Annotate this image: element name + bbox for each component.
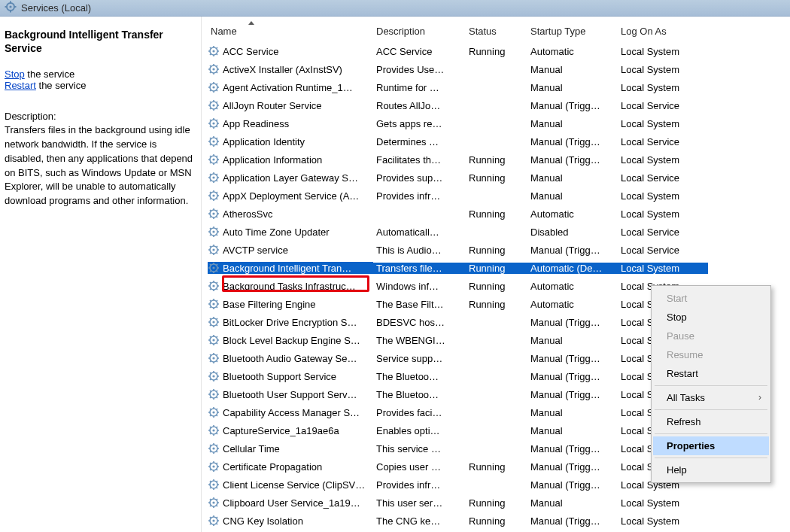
svg-line-244 bbox=[210, 470, 211, 471]
ctx-pause[interactable]: Pause bbox=[653, 327, 769, 345]
svg-line-224 bbox=[210, 433, 211, 435]
cell-startup: Manual (Trigg… bbox=[527, 461, 618, 473]
cell-name: Capability Access Manager S… bbox=[208, 406, 373, 418]
cell-startup: Manual bbox=[527, 407, 618, 418]
svg-line-145 bbox=[217, 282, 218, 284]
svg-line-212 bbox=[210, 409, 211, 410]
col-description[interactable]: Description bbox=[373, 20, 466, 40]
svg-line-63 bbox=[217, 144, 218, 146]
cell-status: Running bbox=[466, 497, 527, 509]
svg-line-43 bbox=[217, 108, 218, 110]
service-row[interactable]: AVCTP serviceThis is Audio…RunningManual… bbox=[208, 241, 790, 259]
ctx-resume[interactable]: Resume bbox=[653, 345, 769, 364]
service-name-text: Background Intelligent Tran… bbox=[223, 263, 351, 274]
svg-line-113 bbox=[217, 235, 218, 236]
svg-line-263 bbox=[217, 506, 218, 507]
ctx-restart[interactable]: Restart bbox=[653, 364, 769, 383]
col-name[interactable]: Name bbox=[208, 20, 373, 40]
cell-startup: Automatic bbox=[527, 299, 618, 310]
col-status[interactable]: Status bbox=[466, 20, 527, 40]
service-name-text: Application Information bbox=[223, 154, 322, 166]
svg-line-184 bbox=[210, 361, 211, 363]
services-list-pane: Name Description Status Startup Type Log… bbox=[202, 17, 790, 532]
svg-line-52 bbox=[210, 120, 211, 121]
service-row[interactable]: CNG Key IsolationThe CNG ke…RunningManua… bbox=[208, 512, 790, 530]
svg-line-233 bbox=[217, 451, 218, 453]
svg-line-204 bbox=[210, 397, 211, 399]
svg-line-235 bbox=[217, 445, 218, 446]
service-row[interactable]: Application IdentityDetermines …Manual (… bbox=[208, 132, 790, 150]
cell-startup: Manual bbox=[527, 425, 618, 436]
svg-point-157 bbox=[212, 321, 214, 323]
service-row[interactable]: AtherosSvcRunningAutomaticLocal System bbox=[208, 205, 790, 223]
service-row[interactable]: Clipboard User Service_1a19…This user se… bbox=[208, 494, 790, 512]
svg-line-182 bbox=[210, 354, 211, 356]
service-row[interactable]: Auto Time Zone UpdaterAutomaticall…Disab… bbox=[208, 223, 790, 241]
svg-line-62 bbox=[210, 138, 211, 139]
svg-line-213 bbox=[217, 415, 218, 417]
cell-name: Bluetooth User Support Serv… bbox=[208, 388, 373, 400]
service-name-text: Bluetooth Audio Gateway Se… bbox=[223, 353, 357, 364]
service-row[interactable]: Application Layer Gateway S…Provides sup… bbox=[208, 169, 790, 187]
svg-line-232 bbox=[210, 445, 211, 446]
cell-name: BitLocker Drive Encryption S… bbox=[208, 316, 373, 328]
cell-description: Facilitates th… bbox=[373, 154, 466, 166]
service-row[interactable]: AllJoyn Router ServiceRoutes AllJo…Manua… bbox=[208, 96, 790, 114]
service-row[interactable]: ACC ServiceACC ServiceRunningAutomaticLo… bbox=[208, 42, 790, 60]
ctx-help[interactable]: Help bbox=[653, 461, 769, 479]
svg-line-264 bbox=[210, 506, 211, 507]
gear-icon bbox=[208, 226, 220, 238]
service-row[interactable]: ActiveX Installer (AxInstSV)Provides Use… bbox=[208, 60, 790, 78]
svg-line-34 bbox=[210, 90, 211, 92]
svg-line-273 bbox=[217, 524, 218, 525]
cell-startup: Manual (Trigg… bbox=[527, 443, 618, 454]
cell-description: Enables opti… bbox=[373, 425, 466, 436]
cell-name: Cellular Time bbox=[208, 442, 373, 454]
ctx-refresh[interactable]: Refresh bbox=[653, 412, 769, 431]
cell-name: CaptureService_1a19ae6a bbox=[208, 424, 373, 436]
svg-point-237 bbox=[212, 465, 214, 467]
service-row[interactable]: Application InformationFacilitates th…Ru… bbox=[208, 150, 790, 169]
svg-line-203 bbox=[217, 397, 218, 399]
stop-service-link[interactable]: Stop bbox=[5, 68, 25, 80]
cell-name: Agent Activation Runtime_1… bbox=[208, 81, 373, 93]
cell-logon: Local System bbox=[618, 497, 708, 509]
svg-line-132 bbox=[210, 264, 211, 266]
service-name-text: Client License Service (ClipSV… bbox=[223, 479, 365, 491]
col-logon[interactable]: Log On As bbox=[618, 20, 708, 40]
col-startup[interactable]: Startup Type bbox=[527, 20, 618, 40]
svg-line-94 bbox=[210, 199, 211, 200]
cell-startup: Manual (Trigg… bbox=[527, 479, 618, 491]
services-app-icon bbox=[5, 1, 17, 15]
svg-line-133 bbox=[217, 271, 218, 272]
cell-logon: Local Service bbox=[618, 226, 708, 238]
ctx-stop[interactable]: Stop bbox=[653, 308, 769, 327]
ctx-start[interactable]: Start bbox=[653, 289, 769, 308]
service-row[interactable]: App ReadinessGets apps re…ManualLocal Sy… bbox=[208, 114, 790, 132]
svg-line-75 bbox=[217, 156, 218, 157]
svg-line-144 bbox=[210, 289, 211, 290]
gear-icon bbox=[208, 479, 220, 491]
ctx-all-tasks[interactable]: All Tasks bbox=[653, 388, 769, 407]
cell-logon: Local System bbox=[618, 64, 708, 75]
svg-point-137 bbox=[212, 284, 214, 287]
svg-line-124 bbox=[210, 253, 211, 254]
service-row[interactable]: Agent Activation Runtime_1…Runtime for …… bbox=[208, 78, 790, 96]
svg-line-274 bbox=[210, 524, 211, 525]
svg-line-222 bbox=[210, 427, 211, 428]
service-row[interactable]: Background Intelligent Tran…Transfers fi… bbox=[208, 259, 790, 277]
cell-description: BDESVC hos… bbox=[373, 317, 466, 328]
svg-line-12 bbox=[210, 47, 211, 49]
svg-line-85 bbox=[217, 174, 218, 175]
svg-line-33 bbox=[217, 90, 218, 92]
service-row[interactable]: AppX Deployment Service (A…Provides infr… bbox=[208, 187, 790, 205]
ctx-separator bbox=[655, 409, 767, 410]
cell-startup: Automatic bbox=[527, 208, 618, 220]
gear-icon bbox=[208, 190, 220, 202]
gear-icon bbox=[208, 370, 220, 382]
restart-service-link[interactable]: Restart bbox=[5, 80, 36, 91]
ctx-properties[interactable]: Properties bbox=[653, 436, 769, 455]
svg-point-167 bbox=[212, 339, 214, 341]
svg-line-45 bbox=[217, 102, 218, 103]
svg-line-14 bbox=[210, 54, 211, 56]
